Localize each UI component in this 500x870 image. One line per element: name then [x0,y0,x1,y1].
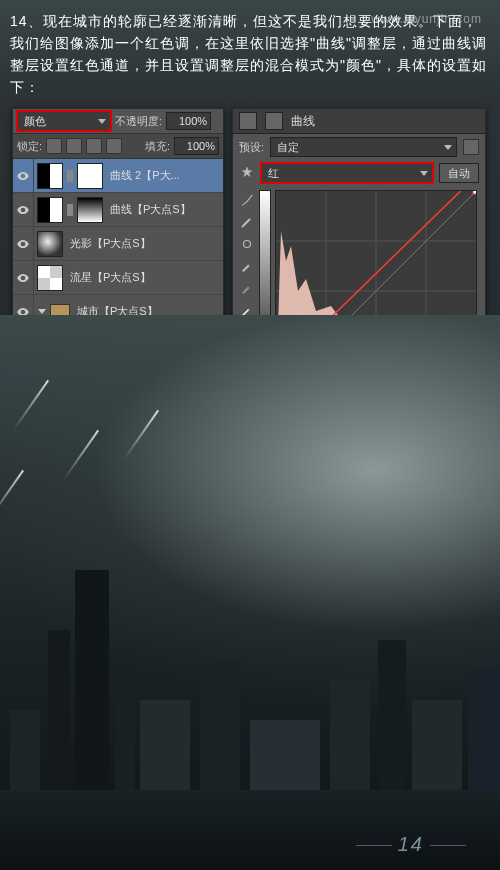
blend-mode-value: 颜色 [24,114,46,129]
eyedropper-gray-icon[interactable] [239,280,255,296]
visibility-toggle[interactable] [13,227,34,260]
chevron-down-icon [420,171,428,176]
eyedropper-black-icon[interactable] [239,258,255,274]
page-number: 14 [350,833,472,856]
fill-input[interactable]: 100% [174,137,219,155]
chevron-down-icon [444,145,452,150]
eye-icon [16,271,30,285]
lock-transparency-icon[interactable] [46,138,62,154]
curves-title: 曲线 [291,113,315,130]
layer-row[interactable]: 光影【P大点S】 [13,227,223,261]
curves-tabbar: 曲线 [233,109,485,134]
group-expand-icon[interactable] [38,309,46,314]
pencil-icon[interactable] [239,214,255,230]
chevron-down-icon [98,119,106,124]
blend-mode-select[interactable]: 颜色 [17,111,111,131]
preset-value: 自定 [277,140,299,155]
layer-row[interactable]: 曲线 2【P大... [13,159,223,193]
channel-row: 红 自动 [233,160,485,186]
preset-menu-icon[interactable] [463,139,479,155]
layer-name: 流星【P大点S】 [70,270,151,285]
hand-tool-icon[interactable] [239,165,255,181]
eye-icon [16,237,30,251]
link-icon [67,170,73,182]
visibility-toggle[interactable] [13,159,34,192]
blend-opacity-row: 颜色 不透明度: 100% [13,109,223,133]
link-icon [67,204,73,216]
result-image [0,315,500,870]
adjustments-icon[interactable] [239,112,257,130]
layer-name: 光影【P大点S】 [70,236,151,251]
lock-image-icon[interactable] [66,138,82,154]
preset-select[interactable]: 自定 [270,137,457,157]
layer-row[interactable]: 流星【P大点S】 [13,261,223,295]
adjustment-thumb[interactable] [37,163,63,189]
lock-fill-row: 锁定: 填充: 100% [13,133,223,159]
channel-select[interactable]: 红 [261,163,433,183]
lock-all-icon[interactable] [106,138,122,154]
preset-row: 预设: 自定 [233,134,485,160]
visibility-toggle[interactable] [13,193,34,226]
opacity-label: 不透明度: [115,114,162,129]
auto-button[interactable]: 自动 [439,163,479,183]
channel-value: 红 [268,166,279,181]
masks-icon[interactable] [265,112,283,130]
eye-icon [16,203,30,217]
mask-thumb[interactable] [77,163,103,189]
lock-label: 锁定: [17,139,42,154]
smooth-icon[interactable] [239,236,255,252]
layer-thumb[interactable] [37,265,63,291]
svg-point-0 [244,241,251,248]
layer-row[interactable]: 曲线【P大点S】 [13,193,223,227]
eye-icon [16,169,30,183]
preset-label: 预设: [239,140,264,155]
fill-label: 填充: [145,139,170,154]
adjustment-thumb[interactable] [37,197,63,223]
svg-rect-10 [473,191,476,194]
layer-name: 曲线【P大点S】 [110,202,191,217]
visibility-toggle[interactable] [13,261,34,294]
lock-position-icon[interactable] [86,138,102,154]
opacity-input[interactable]: 100% [166,112,211,130]
page-root: 14、现在城市的轮廓已经逐渐清晰，但这不是我们想要的效果。下面，我们给图像添加一… [0,0,500,870]
layer-name: 曲线 2【P大... [110,168,180,183]
mask-thumb[interactable] [77,197,103,223]
layer-thumb[interactable] [37,231,63,257]
watermark: www.jsyunjin.com [371,12,482,26]
curve-point-icon[interactable] [239,192,255,208]
